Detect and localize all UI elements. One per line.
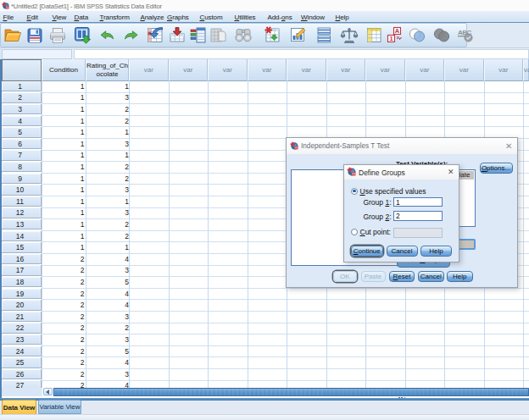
svg-text:1: 1 xyxy=(389,35,393,42)
svg-text:A: A xyxy=(395,27,400,35)
